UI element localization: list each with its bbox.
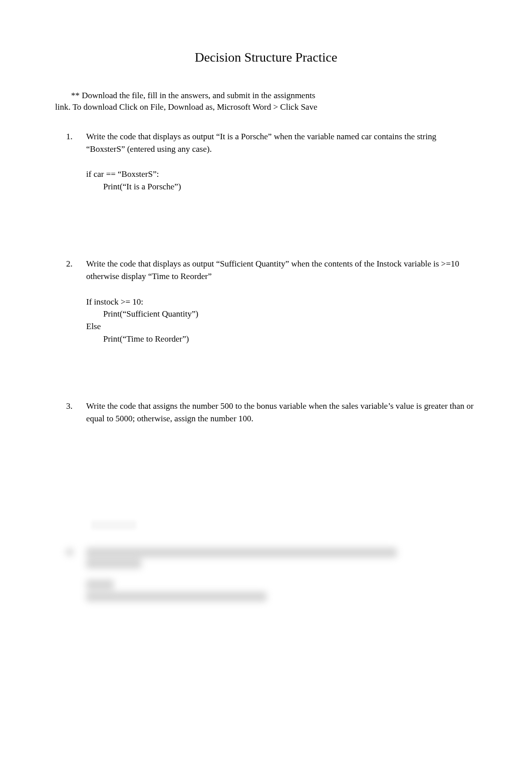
- blurred-line: [86, 559, 141, 569]
- questions-list: Write the code that displays as output “…: [66, 131, 477, 425]
- blurred-line: [86, 592, 267, 602]
- questions-container: Write the code that displays as output “…: [66, 131, 477, 602]
- blurred-line: [86, 548, 397, 558]
- download-instructions: ** Download the file, fill in the answer…: [55, 90, 477, 113]
- instructions-line-1: ** Download the file, fill in the answer…: [71, 91, 315, 100]
- question-1-text: Write the code that displays as output “…: [86, 131, 477, 155]
- blurred-question-4: [66, 548, 477, 602]
- question-2-text: Write the code that displays as output “…: [86, 258, 477, 283]
- page-title: Decision Structure Practice: [55, 50, 477, 65]
- question-1-answer: if car == “BoxsterS”: Print(“It is a Por…: [86, 168, 477, 193]
- question-3-text: Write the code that assigns the number 5…: [86, 400, 477, 425]
- question-1: Write the code that displays as output “…: [66, 131, 477, 193]
- question-2-answer: If instock >= 10: Print(“Sufficient Quan…: [86, 296, 477, 346]
- blurred-small-block: [91, 520, 136, 530]
- blurred-line: [86, 580, 114, 590]
- instructions-line-2: link. To download Click on File, Downloa…: [55, 102, 477, 113]
- question-2: Write the code that displays as output “…: [66, 258, 477, 345]
- question-3: Write the code that assigns the number 5…: [66, 400, 477, 425]
